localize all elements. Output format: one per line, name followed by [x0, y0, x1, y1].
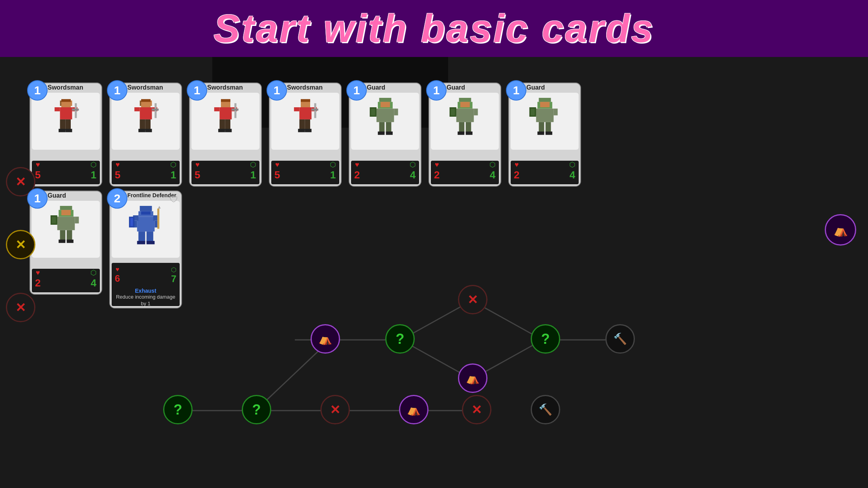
svg-rect-94 — [59, 239, 65, 243]
bottom-question-2[interactable]: ? — [242, 395, 271, 424]
cost-badge: 1 — [426, 80, 447, 101]
svg-rect-22 — [138, 128, 145, 132]
svg-rect-27 — [221, 99, 230, 102]
map-node-camp-2[interactable]: ⛺ — [458, 363, 487, 393]
svg-rect-45 — [305, 128, 311, 132]
svg-rect-29 — [214, 107, 219, 111]
defense-stat: ⬡ 1 — [90, 160, 97, 181]
attack-stat: ♥ 5 — [274, 161, 280, 181]
card-swordsman-2[interactable]: 1 Swordsman — [109, 83, 182, 187]
defense-value: 4 — [410, 169, 416, 181]
attack-value: 2 — [354, 169, 360, 181]
bottom-q-icon-2: ? — [252, 402, 261, 418]
attack-stat: ♥ 2 — [35, 269, 40, 289]
card-name: Guard — [48, 192, 100, 199]
camp-icon-1: ⛺ — [318, 332, 332, 345]
exhaust-label: Exhaust — [115, 288, 177, 294]
frontline-attack-value: 6 — [115, 273, 120, 284]
bottom-battle-1[interactable]: ✕ — [320, 395, 350, 424]
attack-stat: ♥ 2 — [434, 161, 440, 181]
svg-rect-36 — [232, 108, 238, 110]
svg-rect-3 — [61, 99, 71, 102]
card-bottom: ♥ 2 ⬡ 4 — [431, 161, 499, 184]
svg-rect-21 — [145, 119, 151, 130]
svg-line-115 — [401, 340, 472, 379]
svg-rect-71 — [465, 131, 472, 135]
card-name: Guard — [447, 84, 499, 91]
svg-rect-57 — [386, 122, 391, 132]
exhaust-section: Exhaust Reduce incoming damage by 1 — [115, 288, 177, 307]
attack-stat: ♥ 5 — [115, 161, 120, 181]
bottom-battle-2[interactable]: ✕ — [462, 395, 491, 424]
map-node-question-2[interactable]: ? — [531, 324, 560, 354]
cost-badge: 1 — [346, 80, 367, 101]
svg-rect-72 — [539, 98, 551, 102]
card-name: Swordsman — [287, 84, 339, 91]
svg-rect-47 — [311, 108, 318, 110]
battle-icon-map: ✕ — [467, 292, 478, 307]
cost-badge: 1 — [107, 80, 127, 101]
bottom-shop[interactable]: 🔨 — [531, 395, 560, 424]
card-swordsman-1[interactable]: 1 Swordsman — [29, 83, 102, 187]
svg-rect-111 — [146, 241, 154, 244]
defense-stat: ⬡ 1 — [250, 160, 256, 181]
bottom-camp-icon: ⛺ — [407, 403, 421, 416]
svg-line-123 — [256, 340, 330, 411]
svg-rect-106 — [157, 208, 159, 228]
bottom-shop-icon: 🔨 — [539, 403, 552, 416]
svg-rect-18 — [134, 107, 140, 111]
svg-rect-31 — [219, 119, 225, 130]
card-guard-3[interactable]: 1 Guard — [508, 83, 581, 187]
camp-icon-2: ⛺ — [466, 372, 480, 385]
right-camp-node[interactable]: ⛺ — [825, 214, 856, 246]
card-swordsman-3[interactable]: 1 Swordsman — [189, 83, 262, 187]
svg-rect-93 — [66, 230, 72, 240]
card-frontline-defender[interactable]: 2 Frontline Defender 🛡 — [109, 191, 182, 308]
card-guard-2[interactable]: 1 Guard — [428, 83, 501, 187]
cards-row-2: 1 Guard — [29, 191, 182, 308]
svg-rect-55 — [371, 108, 375, 115]
card-image — [271, 93, 339, 150]
svg-rect-20 — [140, 119, 145, 130]
defense-value: 4 — [91, 277, 96, 289]
svg-rect-65 — [474, 108, 478, 115]
svg-rect-53 — [394, 108, 398, 115]
card-swordsman-4[interactable]: 1 Swordsman — [269, 83, 342, 187]
svg-rect-92 — [60, 230, 65, 240]
attack-value: 5 — [115, 169, 120, 181]
card-guard-1[interactable]: 1 Guard — [349, 83, 421, 187]
card-bottom: ♥ 2 ⬡ 4 — [32, 269, 100, 292]
bottom-question-1[interactable]: ? — [163, 395, 193, 424]
defense-stat: ⬡ 1 — [330, 160, 336, 181]
card-image — [32, 201, 100, 258]
card-guard-row2[interactable]: 1 Guard — [29, 191, 102, 295]
map-node-shop[interactable]: 🔨 — [605, 324, 635, 354]
svg-rect-59 — [386, 131, 392, 135]
defense-value: 1 — [91, 169, 96, 181]
svg-rect-44 — [298, 128, 305, 132]
svg-rect-99 — [137, 216, 154, 231]
defense-stat: ⬡ 4 — [569, 160, 576, 181]
card-image — [351, 93, 419, 150]
defense-value: 1 — [330, 169, 336, 181]
svg-rect-79 — [531, 108, 535, 115]
svg-rect-60 — [459, 98, 471, 102]
svg-rect-75 — [536, 108, 554, 122]
svg-rect-74 — [540, 102, 550, 107]
svg-rect-109 — [146, 231, 153, 242]
map-node-battle-1[interactable]: ✕ — [458, 285, 487, 314]
bottom-battle-icon-1: ✕ — [330, 402, 340, 417]
defense-stat: ⬡ 1 — [170, 160, 177, 181]
svg-marker-107 — [158, 206, 160, 209]
map-node-camp-1[interactable]: ⛺ — [311, 324, 340, 354]
svg-rect-34 — [225, 128, 232, 132]
card-image — [511, 93, 579, 150]
card-bottom: ♥ 5 ⬡ 1 — [191, 161, 259, 184]
svg-rect-1 — [60, 100, 61, 106]
svg-rect-89 — [75, 216, 79, 223]
svg-line-117 — [472, 340, 542, 379]
bottom-camp[interactable]: ⛺ — [399, 395, 428, 424]
cost-badge: 1 — [267, 80, 287, 101]
svg-rect-15 — [151, 100, 152, 106]
map-node-question-1[interactable]: ? — [385, 324, 415, 354]
